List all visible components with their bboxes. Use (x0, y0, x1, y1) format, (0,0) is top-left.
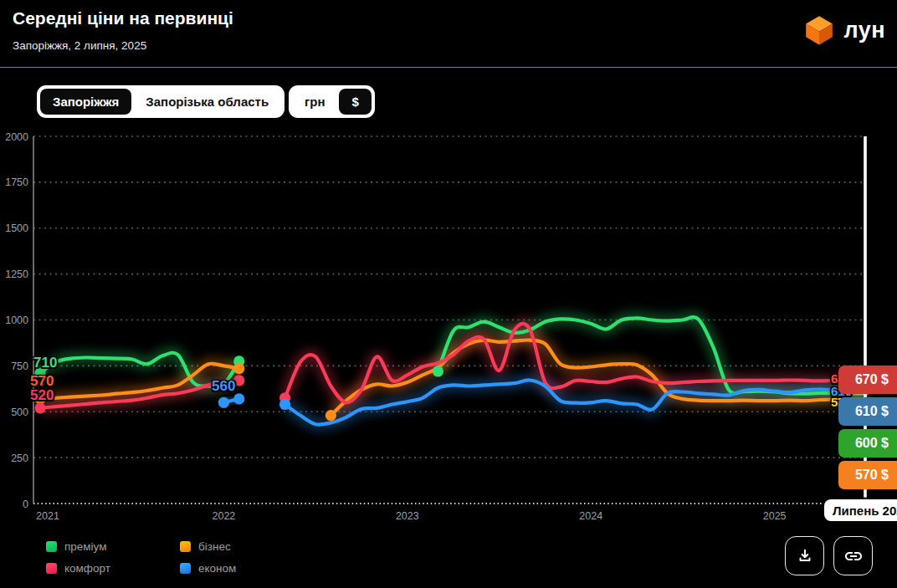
y-tick-label: 0 (23, 499, 28, 510)
y-tick-label: 1000 (5, 314, 28, 326)
series-point-premium (433, 366, 443, 376)
current-month-tooltip: Липень 2025 (824, 499, 897, 521)
x-tick-label: 2021 (36, 510, 59, 522)
lun-price-dashboard: { "header": { "title": "Середні ціни на … (0, 0, 897, 588)
legend-label: бізнес (198, 540, 231, 553)
legend-swatch (180, 541, 191, 552)
x-tick-label: 2024 (579, 510, 602, 522)
y-tick-label: 750 (11, 360, 28, 372)
copy-link-button[interactable] (833, 536, 873, 575)
legend-swatch (180, 563, 191, 574)
x-tick-label: 2022 (213, 510, 236, 522)
price-chart[interactable]: 0250500750100012501500175020002021202220… (0, 0, 897, 588)
series-point-business (325, 410, 336, 421)
price-badge: 670 $ (838, 366, 897, 394)
price-badge: 600 $ (838, 429, 897, 458)
point-value-label: 710 (33, 355, 57, 370)
y-tick-label: 2000 (5, 131, 28, 143)
legend-swatch (46, 541, 57, 552)
y-tick-label: 1250 (5, 268, 28, 280)
copy-link-icon (843, 546, 864, 566)
legend-swatch (46, 563, 57, 574)
series-point-economy (233, 393, 244, 404)
legend-item-бізнес[interactable]: бізнес (180, 540, 236, 553)
legend-item-преміум[interactable]: преміум (46, 540, 146, 553)
chart-legend: преміумбізнескомфортеконом (46, 540, 236, 575)
series-point-economy (218, 397, 229, 408)
x-tick-label: 2025 (763, 510, 787, 522)
download-icon (796, 547, 814, 565)
legend-item-економ[interactable]: економ (180, 562, 236, 575)
y-tick-label: 1750 (5, 176, 28, 188)
y-tick-label: 250 (11, 453, 28, 464)
y-tick-label: 500 (11, 406, 28, 418)
x-tick-label: 2023 (396, 510, 419, 522)
price-badge: 570 $ (838, 461, 897, 489)
download-button[interactable] (785, 536, 824, 575)
series-point-comfort (34, 402, 45, 413)
price-badge: 610 $ (838, 397, 897, 426)
y-tick-label: 1500 (5, 222, 28, 234)
legend-item-комфорт[interactable]: комфорт (46, 562, 146, 575)
series-point-economy (279, 399, 290, 410)
series-point-business (233, 363, 244, 374)
legend-label: економ (198, 562, 236, 575)
point-value-label: 570 (30, 374, 54, 388)
legend-label: преміум (64, 540, 107, 553)
point-value-label: 560 (212, 379, 235, 393)
legend-label: комфорт (64, 562, 110, 575)
point-value-label: 520 (30, 388, 54, 402)
